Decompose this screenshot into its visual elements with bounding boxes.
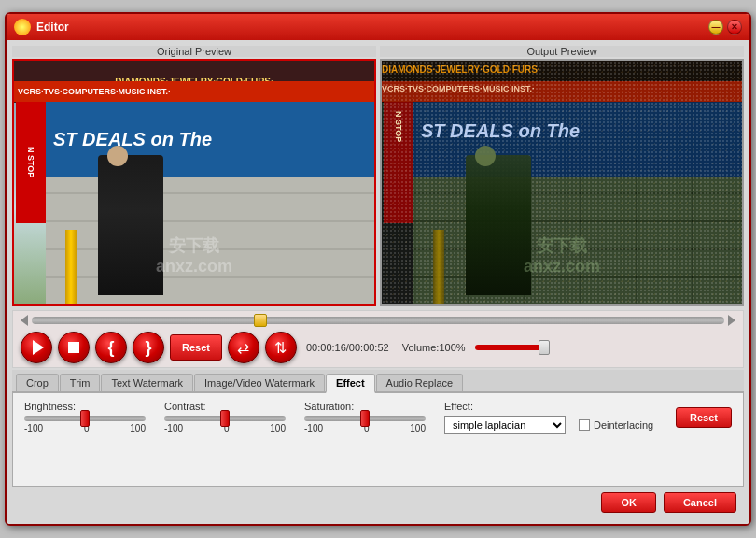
next-frame-button[interactable]: } <box>133 332 164 363</box>
transport-row: { } Reset ⇄ ⇅ 00:00:16/00:00:52 Volume:1… <box>12 310 744 368</box>
progress-bar-container <box>21 315 735 326</box>
output-figure <box>466 155 531 295</box>
contrast-group: Contrast: -100 0 100 <box>164 401 286 433</box>
volume-thumb[interactable] <box>539 340 550 355</box>
ok-button[interactable]: OK <box>601 492 656 513</box>
volume-label: Volume:100% <box>402 342 466 353</box>
tab-text-watermark[interactable]: Text Watermark <box>101 374 193 391</box>
original-figure <box>98 155 163 295</box>
flip-button[interactable]: ⇅ <box>265 332 297 363</box>
original-top-sign2 <box>14 81 374 102</box>
original-preview-box: 安下载anxz.com <box>12 59 376 306</box>
deinterlace-row: Deinterlacing <box>579 419 653 431</box>
output-preview-section: Output Preview 安下载anxz.com <box>380 46 744 306</box>
deinterlacing-checkbox[interactable] <box>579 419 590 431</box>
close-button[interactable]: ✕ <box>727 20 742 35</box>
prev-frame-button[interactable]: { <box>95 332 127 363</box>
stop-icon <box>68 342 79 353</box>
original-wall <box>46 177 374 304</box>
contrast-slider[interactable] <box>164 416 286 421</box>
output-figure-head <box>475 146 496 166</box>
saturation-min: -100 <box>304 423 323 433</box>
effect-select-row: simple laplacian none grayscale sepia em… <box>444 416 653 434</box>
seek-left-arrow[interactable] <box>21 315 28 326</box>
saturation-label: Saturation: <box>304 401 354 412</box>
transport-reset-button[interactable]: Reset <box>170 334 222 361</box>
output-preview-box: 安下载anxz.com <box>380 59 744 306</box>
effect-selector-label: Effect: <box>444 401 653 412</box>
tab-effect[interactable]: Effect <box>326 374 375 393</box>
time-display: 00:00:16/00:00:52 <box>306 342 389 353</box>
deinterlacing-label: Deinterlacing <box>594 419 653 431</box>
effect-dropdown[interactable]: simple laplacian none grayscale sepia em… <box>444 416 566 434</box>
swap-icon: ⇄ <box>237 339 249 357</box>
effect-controls: Brightness: -100 0 100 Contrast: <box>24 401 732 434</box>
stop-button[interactable] <box>58 332 90 363</box>
contrast-min: -100 <box>164 423 183 433</box>
seek-right-arrow[interactable] <box>728 315 735 326</box>
output-preview-label: Output Preview <box>380 46 744 57</box>
cancel-button[interactable]: Cancel <box>664 492 736 513</box>
effect-selector-group: Effect: simple laplacian none grayscale … <box>444 401 653 434</box>
tabs-row: Crop Trim Text Watermark Image/Video Wat… <box>12 370 744 393</box>
flip-icon: ⇅ <box>274 339 287 357</box>
brightness-label: Brightness: <box>24 401 76 412</box>
title-bar: Editor — ✕ <box>7 14 749 40</box>
preview-row: Original Preview 安下载anxz.com Output Prev… <box>12 46 744 306</box>
minimize-button[interactable]: — <box>708 20 723 35</box>
tab-crop[interactable]: Crop <box>16 374 59 391</box>
contrast-label: Contrast: <box>164 401 206 412</box>
brightness-max: 100 <box>130 423 146 433</box>
title-buttons: — ✕ <box>708 20 742 35</box>
progress-track[interactable] <box>32 317 724 324</box>
contrast-max: 100 <box>270 423 286 433</box>
bottom-bar: OK Cancel <box>12 487 744 518</box>
volume-slider[interactable] <box>475 345 550 350</box>
play-button[interactable] <box>21 332 52 363</box>
contrast-thumb[interactable] <box>220 410 230 427</box>
original-stop-sign <box>16 102 46 223</box>
brightness-min: -100 <box>24 423 43 433</box>
effect-tab-content: Brightness: -100 0 100 Contrast: <box>12 393 744 487</box>
window-title: Editor <box>36 21 708 34</box>
progress-thumb[interactable] <box>254 314 267 327</box>
original-figure-head <box>107 146 128 166</box>
prev-frame-icon: { <box>107 339 114 356</box>
saturation-slider[interactable] <box>304 416 426 421</box>
brightness-group: Brightness: -100 0 100 <box>24 401 146 433</box>
original-post <box>65 230 77 304</box>
original-preview-section: Original Preview 安下载anxz.com <box>12 46 376 306</box>
saturation-thumb[interactable] <box>360 410 370 427</box>
brightness-thumb[interactable] <box>80 410 90 427</box>
tab-trim[interactable]: Trim <box>60 374 101 391</box>
original-deals-sign <box>46 102 374 177</box>
next-frame-icon: } <box>145 339 151 356</box>
editor-window: Editor — ✕ Original Preview <box>5 12 751 526</box>
tab-audio-replace[interactable]: Audio Replace <box>376 374 464 391</box>
app-icon <box>14 19 31 35</box>
controls-row: { } Reset ⇄ ⇅ 00:00:16/00:00:52 Volume:1… <box>21 332 735 363</box>
content-area: Original Preview 安下载anxz.com Output Prev… <box>7 40 749 524</box>
output-post <box>433 230 444 304</box>
saturation-max: 100 <box>410 423 426 433</box>
tab-image-video-watermark[interactable]: Image/Video Watermark <box>194 374 325 391</box>
effect-reset-button[interactable]: Reset <box>676 407 732 428</box>
swap-button[interactable]: ⇄ <box>228 332 259 363</box>
saturation-group: Saturation: -100 0 100 <box>304 401 426 433</box>
original-preview-label: Original Preview <box>12 46 376 57</box>
play-icon <box>33 340 44 355</box>
brightness-slider[interactable] <box>24 416 146 421</box>
